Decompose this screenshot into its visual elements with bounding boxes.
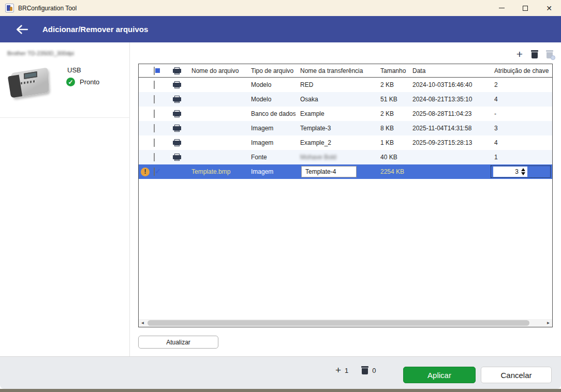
close-button[interactable]: ✕ [537, 0, 561, 16]
col-date[interactable]: Data [408, 67, 490, 74]
key-spinner[interactable]: 3 [491, 165, 551, 178]
cell-key: - [490, 110, 552, 117]
warning-icon: ! [141, 168, 150, 176]
title-bar: BRConfiguration Tool ✕ [0, 0, 561, 16]
col-key[interactable]: Atribuição de chave [490, 67, 552, 74]
cell-date: 2025-08-28T11:04:23 [408, 110, 490, 117]
refresh-button[interactable]: Atualizar [138, 336, 218, 349]
table-row[interactable]: Banco de dados Example 2 KB 2025-08-28T1… [139, 107, 552, 121]
row-checkbox[interactable] [154, 110, 155, 118]
cancel-button[interactable]: Cancelar [481, 367, 552, 383]
maximize-button[interactable] [513, 0, 537, 16]
device-status: Pronto [80, 78, 99, 86]
transfer-name-input[interactable] [301, 166, 357, 177]
cell-size: 1 KB [376, 139, 408, 146]
table-row[interactable]: Imagem Template-3 8 KB 2025-11-04T14:31:… [139, 121, 552, 135]
cell-file-type: Imagem [246, 139, 296, 146]
cell-key: 3 [490, 125, 552, 132]
cell-size: 2254 KB [376, 168, 408, 175]
cell-file-type: Fonte [246, 154, 296, 161]
minimize-icon [499, 8, 505, 8]
row-checkbox[interactable] [154, 139, 155, 147]
row-checkbox[interactable] [154, 153, 155, 161]
table-row[interactable]: Modelo RED 2 KB 2024-10-03T16:46:40 2 [139, 78, 552, 92]
scroll-left-icon[interactable]: ◄ [139, 319, 146, 327]
cell-key: 2 [490, 81, 552, 88]
cell-file-type: Imagem [246, 125, 296, 132]
table-header: Nome do arquivo Tipo de arquivo Nome da … [139, 64, 552, 78]
col-file-name[interactable]: Nome do arquivo [187, 67, 246, 74]
spinner-down-icon[interactable] [521, 172, 525, 175]
nav-bar: Adicionar/Remover arquivos [0, 16, 561, 42]
apply-button[interactable]: Aplicar [403, 367, 476, 383]
cell-date: 2024-10-03T16:46:40 [408, 81, 490, 88]
delete-count: 0 [372, 367, 385, 374]
delete-schedule-icon[interactable] [544, 49, 555, 59]
horizontal-scrollbar[interactable]: ◄ ► [139, 319, 552, 327]
window-title: BRConfiguration Tool [18, 5, 77, 12]
app-icon [5, 4, 14, 12]
col-size[interactable]: Tamanho [376, 67, 408, 74]
connection-type: USB [67, 66, 81, 74]
add-count: 1 [345, 367, 358, 374]
device-panel: Brother TD-2350D_300dpi USB ✓ Pronto [0, 42, 130, 356]
cell-size: 40 KB [376, 154, 408, 161]
cell-size: 2 KB [376, 110, 408, 117]
file-toolbar: + [514, 49, 555, 59]
table-row[interactable]: Modelo Osaka 51 KB 2024-08-21T13:35:10 4 [139, 92, 552, 107]
select-all-checkbox[interactable] [154, 67, 155, 75]
cell-transfer-name: Example [296, 110, 376, 117]
cell-transfer-name: Osaka [296, 96, 376, 103]
cell-transfer-name: Mohave Bold [296, 154, 376, 161]
cell-size: 8 KB [376, 125, 408, 132]
panel-divider [0, 117, 130, 118]
cell-date: 2025-11-04T14:31:58 [408, 125, 490, 132]
window-bottom-edge [0, 389, 561, 392]
delete-count-icon [361, 366, 368, 374]
cell-size: 51 KB [376, 96, 408, 103]
maximize-icon [523, 6, 528, 11]
file-table: Nome do arquivo Tipo de arquivo Nome da … [138, 64, 553, 327]
footer-bar: + 1 0 Aplicar Cancelar [0, 356, 561, 389]
cell-date: 2024-08-21T13:35:10 [408, 96, 490, 103]
cell-file-name: Template.bmp [187, 168, 246, 175]
printer-photo [9, 64, 52, 101]
col-file-type[interactable]: Tipo de arquivo [246, 67, 296, 74]
cell-size: 2 KB [376, 81, 408, 88]
delete-file-icon[interactable] [529, 49, 540, 59]
table-row[interactable]: Fonte Mohave Bold 40 KB 1 [139, 150, 552, 164]
close-icon: ✕ [546, 5, 552, 12]
key-spinner-value: 3 [515, 168, 521, 175]
back-arrow-icon[interactable] [16, 24, 29, 35]
cell-key: 1 [490, 154, 552, 161]
cell-transfer-name: Template-3 [296, 125, 376, 132]
table-row[interactable]: Imagem Example_2 1 KB 2025-09-23T15:28:1… [139, 135, 552, 150]
spinner-up-icon[interactable] [521, 168, 525, 171]
cell-key: 4 [490, 96, 552, 103]
ready-check-icon: ✓ [66, 78, 75, 86]
cell-file-type: Modelo [246, 96, 296, 103]
cell-file-type: Imagem [246, 168, 296, 175]
scrollbar-thumb[interactable] [147, 320, 529, 326]
col-transfer-name[interactable]: Nome da transferência [296, 67, 376, 74]
cell-file-type: Modelo [246, 81, 296, 88]
page-title: Adicionar/Remover arquivos [42, 25, 148, 34]
row-checkbox[interactable] [154, 81, 155, 89]
cell-transfer-name: Example_2 [296, 139, 376, 146]
scroll-right-icon[interactable]: ► [544, 319, 552, 327]
table-row-selected[interactable]: ! Template.bmp Imagem 2254 KB 3 [139, 164, 552, 179]
add-count-icon: + [335, 366, 341, 375]
cell-key: 4 [490, 139, 552, 146]
row-checkbox-checked[interactable] [154, 168, 155, 176]
add-file-icon[interactable]: + [514, 49, 525, 59]
device-name: Brother TD-2350D_300dpi [7, 50, 74, 56]
minimize-button[interactable] [490, 0, 513, 16]
cell-file-type: Banco de dados [246, 110, 296, 117]
cell-date: 2025-09-23T15:28:13 [408, 139, 490, 146]
row-checkbox[interactable] [154, 95, 155, 103]
row-checkbox[interactable] [154, 124, 155, 132]
cell-transfer-name: RED [296, 81, 376, 88]
